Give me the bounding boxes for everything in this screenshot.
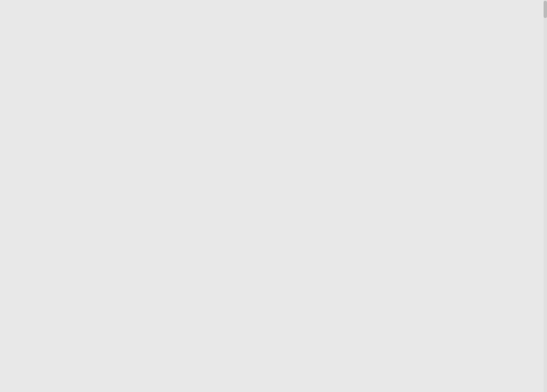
modal-overlay: Marhien Rica ? ✕ Deductions may include … bbox=[0, 0, 547, 392]
scrollbar-thumb[interactable] bbox=[544, 1, 547, 18]
scrollbar-track[interactable] bbox=[544, 0, 547, 392]
right-panel bbox=[0, 0, 547, 392]
